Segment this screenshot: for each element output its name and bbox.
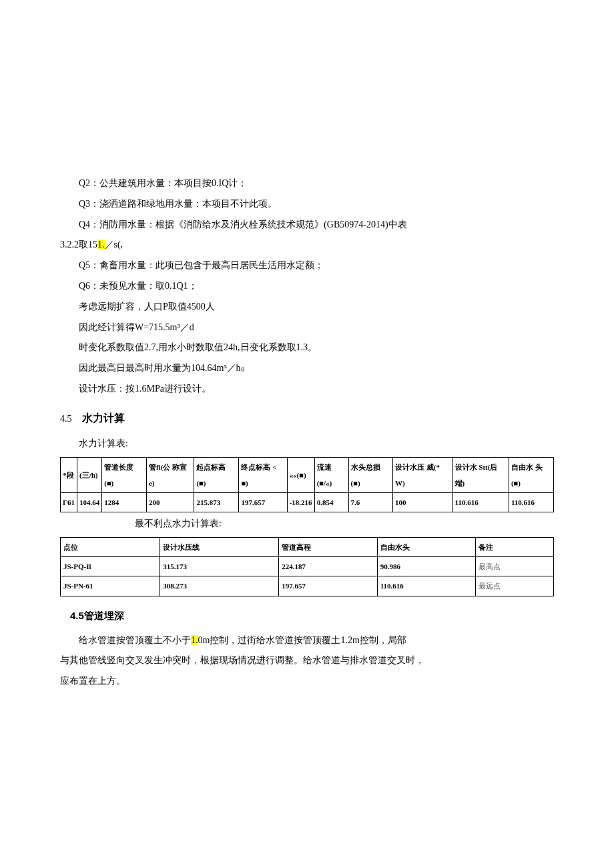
cell: JS-PN-61 <box>61 576 160 596</box>
paragraph-w-calc: 因此经计算得W=715.5m³／d <box>60 318 554 338</box>
cell: 197.657 <box>239 493 287 512</box>
text-fragment: 给水管道按管顶覆土不小于 <box>79 635 191 645</box>
cell: 104.64 <box>77 493 102 512</box>
cell: 最远点 <box>476 576 554 596</box>
paragraph-q4-line2: 3.2.2取151.／s(, <box>60 235 554 256</box>
cell: Γ61 <box>61 493 77 512</box>
paragraph-coeff: 时变化系数取值2.7,用水小时数取值24h,日变化系数取1.3。 <box>60 338 554 358</box>
col-flow: (三/h) <box>77 457 102 492</box>
table-row: JS-PQ-Il 315.173 224.187 90.986 最高点 <box>61 557 554 576</box>
cell: 197.657 <box>279 576 377 596</box>
col-end-elev: 终点标高 < ■) <box>239 457 287 492</box>
col-pipe-elev: 管道高程 <box>279 538 377 557</box>
cell: JS-PQ-Il <box>61 557 160 576</box>
col-free-head: 自由水头 <box>377 538 475 557</box>
col-start-elev: 起点标高 (■) <box>194 457 239 492</box>
cell: 100 <box>393 493 452 512</box>
paragraph-peak: 因此最高日最高时用水量为104.64m³／h₀ <box>60 358 554 379</box>
paragraph-depth-2: 与其他管线竖向交叉发生冲突时，根据现场情况进行调整。给水管道与排水管道交叉时， <box>60 650 554 671</box>
cell: 110.616 <box>452 493 509 512</box>
highlight-text: 1. <box>97 240 105 250</box>
hydraulic-calc-table: *段 (三/h) 管道长度 (■) 管fi(公 称宣e) 起点标高 (■) 终点… <box>60 457 554 513</box>
col-point: 点位 <box>61 538 160 557</box>
cell: 90.986 <box>377 557 475 576</box>
table2-caption: 最不利点水力计算表: <box>60 514 554 534</box>
paragraph-depth-1: 给水管道按管顶覆土不小于1.0m控制，过街给水管道按管顶覆土1.2m控制，局部 <box>60 630 554 651</box>
cell: 110.616 <box>377 576 475 596</box>
highlight-text: 1. <box>191 635 198 645</box>
section-number: 4.5 <box>60 414 72 424</box>
col-diameter: 管fi(公 称宣e) <box>146 457 194 492</box>
paragraph-q4-line1: Q4：消防用水量：根据《消防给水及消火栓系统技术规范》(GB50974-2014… <box>60 215 554 236</box>
cell: 315.173 <box>160 557 279 576</box>
worst-point-table: 点位 设计水压线 管道高程 自由水头 备注 JS-PQ-Il 315.173 2… <box>60 537 554 596</box>
paragraph-depth-3: 应布置在上方。 <box>60 671 554 692</box>
section-heading: 水力计算 <box>82 412 125 424</box>
paragraph-q6: Q6：未预见水量：取0.1Q1； <box>60 276 554 297</box>
document-page: Q2：公共建筑用水量：本项目按0.IQ计； Q3：浇洒道路和绿地用水量：本项目不… <box>0 0 614 759</box>
col-design-pressure: 设计水压 威(* W) <box>393 457 452 492</box>
col-headloss: 水头总损 (■) <box>348 457 392 492</box>
table-row: Γ61 104.64 1284 200 215.873 197.657 -18.… <box>61 493 554 512</box>
table-header-row: *段 (三/h) 管道长度 (■) 管fi(公 称宣e) 起点标高 (■) 终点… <box>61 457 554 492</box>
cell: 200 <box>146 493 194 512</box>
cell: 110.616 <box>509 493 553 512</box>
col-segment: *段 <box>61 457 77 492</box>
cell: 215.873 <box>194 493 239 512</box>
col-length: 管道长度 (■) <box>102 457 147 492</box>
paragraph-q3: Q3：浇洒道路和绿地用水量：本项目不计此项。 <box>60 194 554 215</box>
cell: 224.187 <box>279 557 377 576</box>
table-header-row: 点位 设计水压线 管道高程 自由水头 备注 <box>61 538 554 557</box>
paragraph-q5: Q5：禽畜用水量：此项已包含于最高日居民生活用水定额； <box>60 256 554 276</box>
table1-caption: 水力计算表: <box>60 434 554 454</box>
col-pressure-line: 设计水压线 <box>160 538 279 557</box>
cell: 0.854 <box>314 493 348 512</box>
paragraph-q2: Q2：公共建筑用水量：本项目按0.IQ计； <box>60 173 554 194</box>
section-title-4-5: 4.5 水力计算 <box>60 406 554 430</box>
text-fragment: ／s(, <box>105 240 123 250</box>
text-fragment: 3.2.2取15 <box>60 240 97 250</box>
cell: 308.273 <box>160 576 279 596</box>
cell: 7.6 <box>348 493 392 512</box>
cell: -18.216 <box>287 493 314 512</box>
table-row: JS-PN-61 308.273 197.657 110.616 最远点 <box>61 576 554 596</box>
cell: 最高点 <box>476 557 554 576</box>
section-title-4-5-depth: 4.5管道埋深 <box>60 604 554 626</box>
text-fragment: 0m控制，过街给水管道按管顶覆土1.2m控制，局部 <box>198 635 406 645</box>
col-free-head: 自由水 头(■) <box>509 457 553 492</box>
paragraph-pressure: 设计水压：按1.6MPa进行设计。 <box>60 379 554 400</box>
col-velocity: 流速(■/«) <box>314 457 348 492</box>
paragraph-population: 考虑远期扩容，人口P取值4500人 <box>60 297 554 318</box>
cell: 1284 <box>102 493 147 512</box>
col-design-water: 设计水 Stt(后端) <box>452 457 509 492</box>
col-remark: 备注 <box>476 538 554 557</box>
col-diff: ««(■) <box>287 457 314 492</box>
